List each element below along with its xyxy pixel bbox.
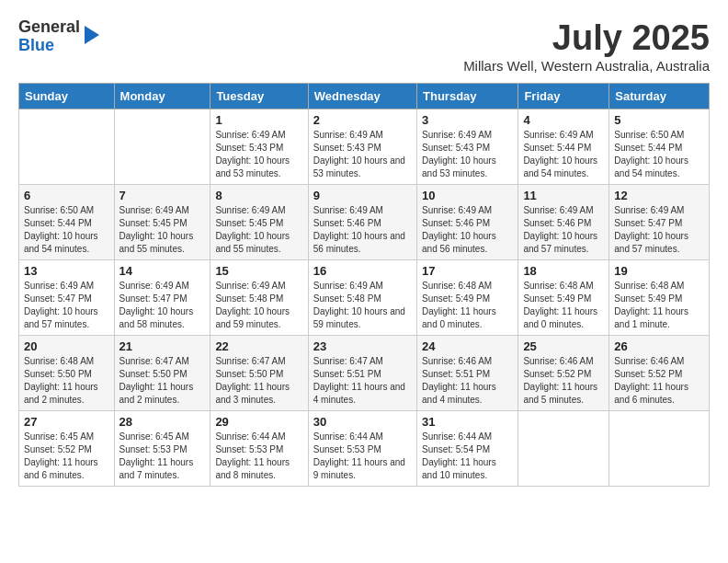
col-sunday: Sunday [19,84,115,109]
calendar-week-row: 27 Sunrise: 6:45 AMSunset: 5:52 PMDaylig… [19,411,710,487]
table-row: 22 Sunrise: 6:47 AMSunset: 5:50 PMDaylig… [210,336,308,411]
day-number: 20 [24,339,109,353]
day-info: Sunrise: 6:47 AMSunset: 5:50 PMDaylight:… [215,355,302,407]
header: General Blue July 2025 Millars Well, Wes… [18,18,710,74]
day-number: 25 [523,339,604,353]
day-number: 9 [313,189,412,202]
table-row: 31 Sunrise: 6:44 AMSunset: 5:54 PMDaylig… [417,411,518,487]
table-row: 16 Sunrise: 6:49 AMSunset: 5:48 PMDaylig… [308,260,416,336]
day-number: 12 [614,189,704,202]
day-info: Sunrise: 6:49 AMSunset: 5:47 PMDaylight:… [24,280,109,331]
day-number: 21 [119,339,206,353]
day-info: Sunrise: 6:48 AMSunset: 5:49 PMDaylight:… [422,280,513,331]
table-row: 13 Sunrise: 6:49 AMSunset: 5:47 PMDaylig… [19,260,115,336]
calendar-week-row: 13 Sunrise: 6:49 AMSunset: 5:47 PMDaylig… [19,260,710,336]
day-number: 28 [119,415,206,429]
table-row [609,411,710,487]
day-info: Sunrise: 6:45 AMSunset: 5:53 PMDaylight:… [119,431,206,482]
day-number: 19 [614,264,704,278]
day-number: 13 [24,264,109,278]
day-number: 6 [24,189,109,202]
day-info: Sunrise: 6:49 AMSunset: 5:48 PMDaylight:… [215,280,302,331]
day-number: 23 [313,339,412,353]
day-number: 22 [215,339,302,353]
day-info: Sunrise: 6:44 AMSunset: 5:54 PMDaylight:… [422,431,513,482]
day-info: Sunrise: 6:48 AMSunset: 5:49 PMDaylight:… [523,280,604,331]
day-number: 29 [215,415,302,429]
day-info: Sunrise: 6:49 AMSunset: 5:46 PMDaylight:… [523,204,604,256]
day-number: 27 [24,415,109,429]
day-info: Sunrise: 6:49 AMSunset: 5:47 PMDaylight:… [119,280,206,331]
day-info: Sunrise: 6:50 AMSunset: 5:44 PMDaylight:… [24,204,109,256]
table-row: 2 Sunrise: 6:49 AMSunset: 5:43 PMDayligh… [308,109,416,185]
day-info: Sunrise: 6:48 AMSunset: 5:50 PMDaylight:… [24,355,109,407]
logo-arrow-icon [85,26,99,44]
day-number: 17 [422,264,513,278]
day-info: Sunrise: 6:49 AMSunset: 5:45 PMDaylight:… [215,204,302,256]
table-row: 29 Sunrise: 6:44 AMSunset: 5:53 PMDaylig… [210,411,308,487]
table-row: 5 Sunrise: 6:50 AMSunset: 5:44 PMDayligh… [609,109,710,185]
table-row: 6 Sunrise: 6:50 AMSunset: 5:44 PMDayligh… [19,185,115,260]
day-info: Sunrise: 6:49 AMSunset: 5:43 PMDaylight:… [422,129,513,180]
table-row: 4 Sunrise: 6:49 AMSunset: 5:44 PMDayligh… [518,109,609,185]
day-info: Sunrise: 6:45 AMSunset: 5:52 PMDaylight:… [24,431,109,482]
day-number: 5 [614,113,704,127]
col-saturday: Saturday [609,84,710,109]
day-info: Sunrise: 6:48 AMSunset: 5:49 PMDaylight:… [614,280,704,331]
table-row: 30 Sunrise: 6:44 AMSunset: 5:53 PMDaylig… [308,411,416,487]
day-info: Sunrise: 6:49 AMSunset: 5:47 PMDaylight:… [614,204,704,256]
table-row: 19 Sunrise: 6:48 AMSunset: 5:49 PMDaylig… [609,260,710,336]
title-area: July 2025 Millars Well, Western Australi… [463,18,710,74]
table-row: 1 Sunrise: 6:49 AMSunset: 5:43 PMDayligh… [210,109,308,185]
table-row: 11 Sunrise: 6:49 AMSunset: 5:46 PMDaylig… [518,185,609,260]
day-number: 1 [215,113,302,127]
calendar-week-row: 6 Sunrise: 6:50 AMSunset: 5:44 PMDayligh… [19,185,710,260]
day-number: 3 [422,113,513,127]
calendar-table: Sunday Monday Tuesday Wednesday Thursday… [18,83,710,487]
table-row: 8 Sunrise: 6:49 AMSunset: 5:45 PMDayligh… [210,185,308,260]
col-tuesday: Tuesday [210,84,308,109]
table-row: 15 Sunrise: 6:49 AMSunset: 5:48 PMDaylig… [210,260,308,336]
table-row: 18 Sunrise: 6:48 AMSunset: 5:49 PMDaylig… [518,260,609,336]
col-monday: Monday [114,84,210,109]
day-number: 4 [523,113,604,127]
table-row [114,109,210,185]
table-row: 10 Sunrise: 6:49 AMSunset: 5:46 PMDaylig… [417,185,518,260]
table-row [19,109,115,185]
page-title: July 2025 [463,18,710,58]
day-info: Sunrise: 6:46 AMSunset: 5:52 PMDaylight:… [614,355,704,407]
logo-general: General [18,17,80,36]
col-wednesday: Wednesday [308,84,416,109]
day-number: 31 [422,415,513,429]
table-row: 17 Sunrise: 6:48 AMSunset: 5:49 PMDaylig… [417,260,518,336]
day-info: Sunrise: 6:50 AMSunset: 5:44 PMDaylight:… [614,129,704,180]
day-info: Sunrise: 6:47 AMSunset: 5:50 PMDaylight:… [119,355,206,407]
day-number: 30 [313,415,412,429]
day-info: Sunrise: 6:49 AMSunset: 5:43 PMDaylight:… [313,129,412,180]
table-row: 7 Sunrise: 6:49 AMSunset: 5:45 PMDayligh… [114,185,210,260]
table-row: 12 Sunrise: 6:49 AMSunset: 5:47 PMDaylig… [609,185,710,260]
table-row: 24 Sunrise: 6:46 AMSunset: 5:51 PMDaylig… [417,336,518,411]
table-row: 23 Sunrise: 6:47 AMSunset: 5:51 PMDaylig… [308,336,416,411]
day-info: Sunrise: 6:46 AMSunset: 5:51 PMDaylight:… [422,355,513,407]
calendar-week-row: 20 Sunrise: 6:48 AMSunset: 5:50 PMDaylig… [19,336,710,411]
calendar-week-row: 1 Sunrise: 6:49 AMSunset: 5:43 PMDayligh… [19,109,710,185]
day-number: 16 [313,264,412,278]
day-number: 8 [215,189,302,202]
day-number: 11 [523,189,604,202]
day-number: 18 [523,264,604,278]
day-number: 26 [614,339,704,353]
col-thursday: Thursday [417,84,518,109]
day-number: 14 [119,264,206,278]
table-row: 25 Sunrise: 6:46 AMSunset: 5:52 PMDaylig… [518,336,609,411]
day-info: Sunrise: 6:49 AMSunset: 5:43 PMDaylight:… [215,129,302,180]
table-row [518,411,609,487]
table-row: 27 Sunrise: 6:45 AMSunset: 5:52 PMDaylig… [19,411,115,487]
day-info: Sunrise: 6:49 AMSunset: 5:46 PMDaylight:… [313,204,412,256]
page-subtitle: Millars Well, Western Australia, Austral… [463,58,710,74]
day-number: 2 [313,113,412,127]
calendar-header-row: Sunday Monday Tuesday Wednesday Thursday… [19,84,710,109]
day-number: 7 [119,189,206,202]
table-row: 3 Sunrise: 6:49 AMSunset: 5:43 PMDayligh… [417,109,518,185]
col-friday: Friday [518,84,609,109]
